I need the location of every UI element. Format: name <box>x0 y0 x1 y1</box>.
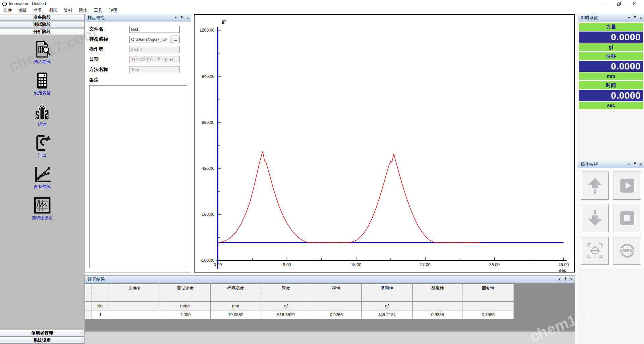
stop-button[interactable] <box>613 204 641 232</box>
jog-up-button[interactable] <box>581 171 609 200</box>
tool-label: 多条曲线 <box>34 184 51 190</box>
unit-cell-height: mm <box>211 302 261 310</box>
tool-table-setup[interactable]: 设定表格 <box>34 72 51 96</box>
tab-analysis-phase[interactable]: 分析阶段 <box>0 28 85 35</box>
results-panel: 计算结果 ▼ ✕ <box>85 275 575 332</box>
menu-item-test[interactable]: 测试 <box>45 7 60 14</box>
run-button[interactable] <box>613 171 641 200</box>
app-logo-icon <box>2 1 7 6</box>
resilience-cell[interactable]: 0.7585 <box>463 310 514 319</box>
results-header-row: 文件名 测试速度 样品高度 硬度 弹性 咀嚼性 黏聚性 回复性 <box>85 284 514 293</box>
svg-text:160.00: 160.00 <box>202 212 215 217</box>
tool-export[interactable]: 汇出 <box>34 134 51 158</box>
panel-menu-caret-icon[interactable]: ▼ <box>628 16 631 19</box>
date-field <box>129 56 180 63</box>
analysis-tools: 插入曲线 设定表格 <box>0 35 85 330</box>
probe-position-button[interactable] <box>581 237 609 265</box>
notes-label: 备注 <box>89 77 186 83</box>
panel-close-icon[interactable]: ✕ <box>639 16 642 19</box>
panel-menu-caret-icon[interactable]: ▼ <box>174 16 177 19</box>
svg-text:0.00: 0.00 <box>214 262 222 267</box>
svg-text:sec: sec <box>559 268 566 272</box>
menu-item-file[interactable]: 文件 <box>0 7 15 14</box>
unit-cell-springiness <box>311 302 362 310</box>
svg-text:9.00: 9.00 <box>283 262 291 267</box>
filename-cell-selected[interactable]: 软糖_2 <box>109 310 160 319</box>
zero-button-label: ZERO <box>622 248 633 253</box>
row-stub-cell <box>85 310 92 319</box>
svg-text:45.00: 45.00 <box>558 262 569 267</box>
window-controls: — ✕ <box>596 1 642 7</box>
empty-cell <box>463 293 514 302</box>
save-path-label: 存盘路径 <box>89 36 129 42</box>
menu-item-edit[interactable]: 编辑 <box>15 7 30 14</box>
sample-form: 文件名 存盘路径 ... 操作者 日期 <box>85 21 191 272</box>
svg-text:420.00: 420.00 <box>202 166 215 171</box>
tool-label: 曲线图设定 <box>32 215 53 221</box>
sample-height-cell[interactable]: 19.0582 <box>211 310 261 319</box>
save-path-field[interactable] <box>129 36 170 43</box>
tab-prepare-phase[interactable]: 准备阶段 <box>0 14 85 21</box>
hardness-cell[interactable]: 516.3529 <box>261 310 311 319</box>
multi-curve-icon <box>34 165 51 183</box>
unit-cell-hardness: gf <box>261 302 311 310</box>
results-panel-header: 计算结果 ▼ ✕ <box>85 276 575 283</box>
tab-user-management[interactable]: 使用者管理 <box>0 330 85 337</box>
header-cell <box>92 284 109 293</box>
controls-grid: ZERO <box>578 168 644 268</box>
results-table: 文件名 测试速度 样品高度 硬度 弹性 咀嚼性 黏聚性 回复性 <box>85 284 514 319</box>
realtime-readout-panel: 即时读值 ▼ ✕ 力量 0.0000 gf 位移 <box>578 14 644 111</box>
menu-item-hardware[interactable]: 硬体 <box>75 7 91 14</box>
panel-pin-icon[interactable] <box>634 162 636 166</box>
panel-pin-icon[interactable] <box>564 277 567 281</box>
unit-cell <box>109 302 160 310</box>
app-window: Innovation - Untitled — ✕ 文件 编辑 查看 测试 资料… <box>0 0 644 344</box>
notes-textarea[interactable] <box>89 85 187 268</box>
tab-label: 准备阶段 <box>34 14 51 20</box>
panel-close-icon[interactable]: ✕ <box>186 16 189 19</box>
browse-button[interactable]: ... <box>171 36 180 43</box>
menu-item-data[interactable]: 资料 <box>60 7 75 14</box>
panel-close-icon[interactable]: ✕ <box>639 163 642 166</box>
close-button[interactable]: ✕ <box>627 1 642 7</box>
chart-settings-icon <box>34 197 51 214</box>
filename-field[interactable] <box>129 26 180 33</box>
minimize-button[interactable]: — <box>596 1 611 7</box>
window-title: Innovation - Untitled <box>9 1 46 6</box>
tool-chart-settings[interactable]: 曲线图设定 <box>32 197 53 221</box>
empty-cell <box>311 293 362 302</box>
cohesiveness-cell[interactable]: 0.9388 <box>413 310 463 319</box>
header-cell-chewiness: 咀嚼性 <box>362 284 413 293</box>
tool-insert-curve[interactable]: 插入曲线 <box>34 41 51 65</box>
panel-menu-caret-icon[interactable]: ▼ <box>628 163 631 166</box>
force-label: 力量 <box>579 23 643 31</box>
filename-label: 文件名 <box>89 26 129 32</box>
tab-system-settings[interactable]: 系统设定 <box>0 337 85 344</box>
unit-cell <box>85 302 92 310</box>
row-number-cell[interactable]: 1 <box>92 310 109 319</box>
tool-statistics[interactable]: 统计 <box>34 103 51 127</box>
panel-close-icon[interactable]: ✕ <box>570 278 573 281</box>
stop-icon <box>618 209 636 227</box>
empty-cell <box>160 293 211 302</box>
panel-pin-icon[interactable] <box>634 15 636 20</box>
zero-button[interactable]: ZERO <box>613 237 641 265</box>
operator-field <box>129 46 180 53</box>
menu-item-help[interactable]: 说明 <box>106 7 121 14</box>
menu-item-view[interactable]: 查看 <box>30 7 45 14</box>
time-unit: sec <box>579 102 643 109</box>
test-speed-cell[interactable]: 1.000 <box>160 310 211 319</box>
restore-button[interactable] <box>611 1 627 7</box>
menu-item-tools[interactable]: 工具 <box>91 7 106 14</box>
panel-pin-icon[interactable] <box>180 15 183 20</box>
tab-test-phase[interactable]: 测试阶段 <box>0 21 85 28</box>
tool-multi-curve[interactable]: 多条曲线 <box>34 165 51 190</box>
panel-menu-caret-icon[interactable]: ▼ <box>558 278 561 281</box>
chewiness-cell[interactable]: 449.2124 <box>362 310 413 319</box>
sample-panel-header: 样品信息 ▼ ✕ <box>85 14 191 21</box>
zero-icon: ZERO <box>618 242 636 260</box>
springiness-cell[interactable]: 0.9266 <box>311 310 362 319</box>
jog-down-button[interactable] <box>581 204 609 232</box>
header-cell-resilience: 回复性 <box>463 284 514 293</box>
panel-title: 操作按钮 <box>581 161 598 167</box>
